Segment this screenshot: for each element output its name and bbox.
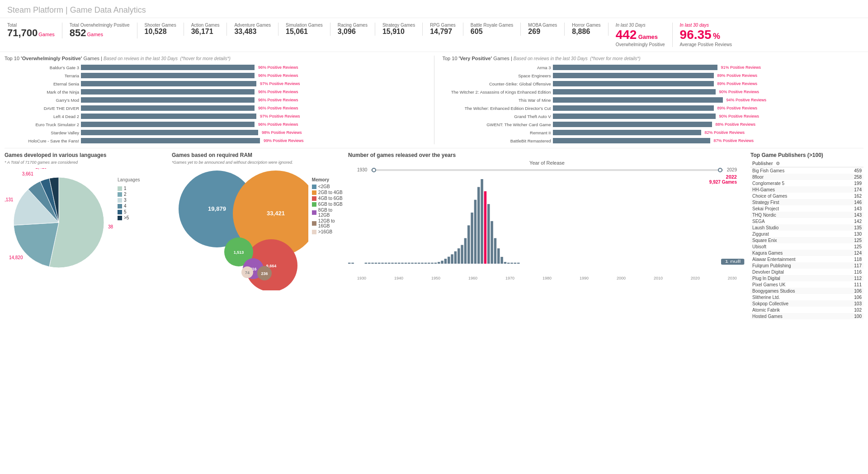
very-bar-pct-label: 94% Positive Reviews — [726, 98, 767, 102]
publisher-count: 135 — [842, 224, 863, 231]
publisher-name: Hosted Games — [750, 313, 842, 319]
count-col-header — [842, 160, 863, 167]
filter-icon[interactable]: ⚙ — [776, 161, 780, 166]
year-bar — [385, 263, 387, 264]
bar-game-label: Left 4 Dead 2 — [5, 114, 79, 119]
publisher-row: THQ Nordic 143 — [750, 212, 863, 218]
ram-legend-label: 12GB to 16GB — [318, 218, 344, 228]
year-bar — [464, 238, 467, 264]
stat-royale-label: Battle Royale Games — [471, 23, 514, 28]
overwhelmingly-bar-row: Euro Truck Simulator 2 96% Positive Revi… — [5, 121, 426, 128]
x-axis-label: 1940 — [394, 276, 403, 280]
very-bar-fill — [553, 89, 716, 95]
ram-legend-item: 2GB to 4GB — [312, 190, 344, 195]
slider-left-thumb[interactable] — [372, 168, 376, 172]
stat-rpg-label: RPG Games — [430, 23, 456, 28]
ram-legend-item: 4GB to 6GB — [312, 196, 344, 201]
publisher-count: 124 — [842, 250, 863, 256]
stat-racing: Racing Games 3,096 — [330, 23, 375, 36]
publishers-table-body: Big Fish Games 459 8floor 258 Conglomera… — [750, 167, 863, 320]
publisher-row: Ziggurat 130 — [750, 231, 863, 237]
very-bar-fill — [553, 65, 717, 70]
ram-subtitle: *Games yet to be announced and without d… — [172, 160, 344, 165]
overwhelmingly-chart-title: Top 10 'Overwhelmingly Positive' Games |… — [5, 56, 426, 61]
overwhelmingly-bar-row: Left 4 Dead 2 97% Positive Reviews — [5, 113, 426, 120]
bar-game-label: Mark of the Ninja — [5, 90, 79, 95]
publisher-name: Kagura Games — [750, 250, 842, 256]
x-axis-label: 1930 — [357, 276, 366, 280]
publisher-count: 118 — [842, 256, 863, 262]
ram-bubble-label: 74 — [245, 270, 250, 275]
year-bar — [405, 263, 407, 264]
stat-shooter-label: Shooter Games — [145, 23, 176, 28]
year-bar — [348, 263, 351, 264]
bar-fill — [81, 138, 260, 143]
publisher-row: Hosted Games 100 — [750, 313, 863, 319]
publisher-row: Fulqrum Publishing 117 — [750, 262, 863, 269]
publisher-count: 130 — [842, 231, 863, 237]
overwhelmingly-bar-row: Stardew Valley 98% Positive Reviews — [5, 129, 426, 136]
very-bar-pct-label: 89% Positive Reviews — [717, 73, 758, 78]
languages-subtitle: * A Total of 71700 games are considered — [5, 160, 167, 165]
languages-pie-svg: 38,26714,82010,1313,6612,4192,402 — [5, 168, 113, 277]
legend-label: 3 — [124, 198, 127, 203]
ram-legend-color — [312, 210, 316, 215]
year-slider-track[interactable] — [371, 169, 723, 171]
publisher-name: Boogygames Studios — [750, 288, 842, 294]
bar-pct-label: 99% Positive Reviews — [264, 138, 304, 143]
lang-legend-item: 4 — [118, 204, 140, 209]
highlight-value: 9,927 Games — [709, 180, 737, 185]
legend-label: 1 — [124, 186, 127, 191]
main-content: Top 10 'Overwhelmingly Positive' Games |… — [0, 52, 868, 323]
very-bar-pct-label: 89% Positive Reviews — [717, 81, 758, 86]
ram-bubble-label: 236 — [261, 271, 268, 276]
very-bar-row: Grand Theft Auto V 90% Positive Reviews — [443, 113, 864, 120]
very-bar-label: Arma 3 — [443, 65, 551, 70]
stat-overwhelmingly: Total Overwhelmingly Positive 852Games — [62, 23, 137, 38]
x-axis-label: 2020 — [691, 276, 700, 280]
publisher-name: Laush Studio — [750, 224, 842, 231]
x-axis-label: 1960 — [468, 276, 477, 280]
year-bar — [438, 262, 440, 264]
pie-label: 2,419 — [36, 168, 47, 170]
bar-pct-label: 96% Positive Reviews — [258, 106, 298, 110]
publisher-count: 112 — [842, 275, 863, 281]
year-slider-row: 1930 2029 — [348, 167, 746, 172]
x-axis: 1930194019501960197019801990200020102020… — [348, 276, 746, 280]
very-bar-row: Remnant II 82% Positive Reviews — [443, 129, 864, 136]
publisher-name: Square Enix — [750, 237, 842, 243]
year-bar — [401, 263, 404, 264]
bar-game-label: HoloCure - Save the Fans! — [5, 138, 79, 143]
slider-right-thumb[interactable] — [718, 168, 722, 172]
ram-legend-color — [312, 230, 316, 234]
bottom-row: Games developed in various languages * A… — [5, 148, 863, 323]
pie-label: 14,820 — [9, 255, 23, 260]
stat-horror-label: Horror Games — [572, 23, 600, 28]
stat-total-value: 71,700Games — [7, 28, 55, 38]
pie-label: 3,661 — [22, 171, 33, 176]
stat-action-value: 36,171 — [191, 28, 220, 36]
stat-last30-label: In last 30 Days — [616, 23, 665, 28]
year-bar — [477, 187, 480, 264]
year-bar — [398, 263, 401, 264]
publisher-count: 102 — [842, 307, 863, 313]
year-bar — [458, 248, 460, 264]
bar-fill — [81, 65, 255, 70]
bar-game-label: Garry's Mod — [5, 98, 79, 103]
legend-label: 5 — [124, 209, 127, 214]
null-badge-text: 1 null — [725, 259, 741, 264]
x-axis-label: 1970 — [505, 276, 514, 280]
year-label: Year of Release — [348, 160, 746, 166]
overwhelmingly-bar-row: Terraria 96% Positive Reviews — [5, 72, 426, 79]
publisher-count: 103 — [842, 300, 863, 307]
very-bar-label: Remnant II — [443, 130, 551, 135]
stat-last30: In last 30 Days 442 Games Overwhelmingly… — [609, 23, 673, 47]
very-bar-pct-label: 88% Positive Reviews — [716, 122, 756, 127]
bar-pct-label: 96% Positive Reviews — [258, 122, 298, 127]
bar-pct-label: 96% Positive Reviews — [258, 90, 298, 94]
stat-adventure-value: 33,483 — [234, 28, 271, 36]
chart-divider — [434, 56, 434, 144]
publisher-name: Alawar Entertainment — [750, 256, 842, 262]
publisher-col-header: Publisher ⚙ — [750, 160, 842, 167]
ram-legend-color — [312, 221, 316, 226]
